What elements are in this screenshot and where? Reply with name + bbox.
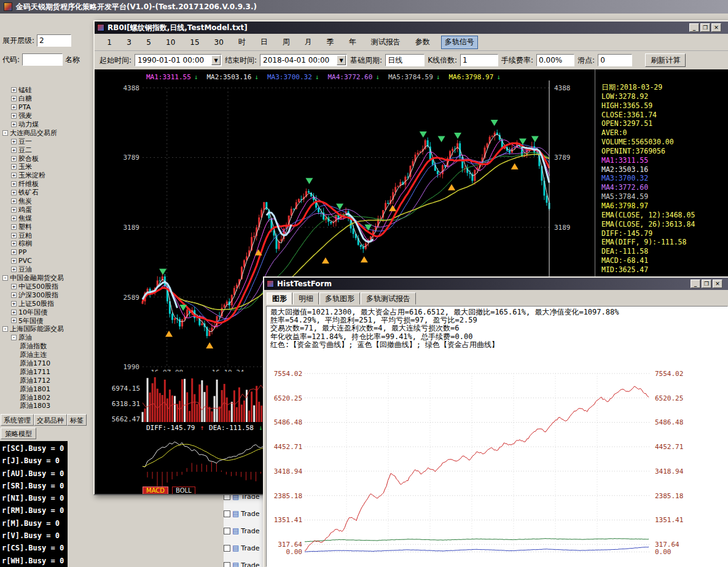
trade-list-item[interactable]: ▤Trade [224, 539, 263, 557]
tree-expand-icon[interactable]: + [11, 224, 17, 230]
trade-list-item[interactable]: ▤Trade [224, 505, 263, 522]
toolbar-button[interactable]: 3 [123, 36, 135, 49]
boll-button[interactable]: BOLL [172, 487, 195, 494]
tree-collapse-icon[interactable]: - [2, 130, 8, 136]
tree-expand-icon[interactable]: + [11, 318, 17, 323]
base-period-input[interactable] [385, 54, 425, 66]
trade-list-item[interactable]: ▤Trade [224, 557, 263, 567]
hist-close-button[interactable]: ✕ [713, 280, 722, 288]
left-panel-tab[interactable]: 标签 [67, 414, 87, 426]
tree-item[interactable]: +胶合板 [0, 154, 93, 163]
toolbar-button[interactable]: 参数 [412, 36, 434, 49]
toolbar-button[interactable]: 15 [186, 36, 203, 49]
tree-item[interactable]: +豆一 [0, 137, 93, 146]
tree-expand-icon[interactable]: + [11, 113, 17, 119]
tree-collapse-icon[interactable]: - [2, 275, 8, 281]
toolbar-button[interactable]: 时 [235, 36, 249, 49]
dropdown-arrow-icon[interactable]: ▼ [211, 55, 221, 65]
tree-item[interactable]: 原油1712 [0, 376, 93, 385]
tree-item[interactable]: +豆油 [0, 265, 93, 274]
tree-item[interactable]: +5年国债 [0, 316, 93, 325]
toolbar-button[interactable]: 1 [103, 36, 115, 49]
tree-expand-icon[interactable]: + [11, 267, 17, 272]
toolbar-button[interactable]: 30 [211, 36, 227, 49]
hist-tab[interactable]: 图形 [267, 292, 292, 305]
toolbar-button[interactable]: 月 [301, 36, 316, 49]
toolbar-button[interactable]: 测试报告 [367, 36, 404, 49]
tree-item[interactable]: +焦炭 [0, 197, 93, 206]
checkbox-icon[interactable] [224, 545, 230, 552]
tree-expand-icon[interactable]: + [11, 233, 17, 238]
checkbox-icon[interactable] [224, 510, 230, 517]
toolbar-button[interactable]: 年 [345, 36, 360, 49]
tree-item[interactable]: -中国金融期货交易 [0, 274, 93, 283]
checkbox-icon[interactable] [224, 562, 230, 567]
tree-item[interactable]: +玉米淀粉 [0, 171, 93, 180]
tree-expand-icon[interactable]: + [11, 139, 17, 144]
tree-expand-icon[interactable]: + [11, 301, 17, 307]
toolbar-button[interactable]: 10 [162, 36, 179, 49]
tree-expand-icon[interactable]: + [11, 164, 17, 170]
tree-item[interactable]: +玉米 [0, 163, 93, 171]
tree-item[interactable]: +棕榈 [0, 240, 93, 248]
toolbar-button[interactable]: 5 [143, 36, 155, 49]
rb-restore-button[interactable]: ❐ [700, 23, 710, 32]
tree-expand-icon[interactable]: + [11, 310, 17, 315]
fee-rate-input[interactable] [536, 54, 574, 66]
expand-level-input[interactable] [37, 34, 71, 47]
hist-restore-button[interactable]: ❐ [702, 280, 711, 288]
tree-expand-icon[interactable]: + [11, 190, 17, 195]
tree-item[interactable]: -大连商品交易所 [0, 128, 93, 137]
hist-tab[interactable]: 多轨图形 [319, 292, 360, 305]
rb-titlebar[interactable]: RB0I[螺纹钢指数,日线,TestModel.txt] _ ❐ ✕ [95, 22, 728, 34]
toolbar-button[interactable]: 周 [279, 36, 294, 49]
tree-expand-icon[interactable]: + [11, 173, 17, 178]
rb-minimize-button[interactable]: _ [689, 23, 699, 32]
tree-expand-icon[interactable]: + [11, 292, 17, 298]
tree-expand-icon[interactable]: + [11, 258, 17, 264]
toolbar-button[interactable]: 多轨信号 [441, 36, 478, 49]
macd-button[interactable]: MACD [143, 487, 168, 494]
tree-expand-icon[interactable]: + [11, 147, 17, 153]
tree-item[interactable]: +强麦 [0, 112, 93, 120]
checkbox-icon[interactable] [224, 528, 230, 534]
dropdown-arrow-icon[interactable]: ▼ [337, 55, 346, 65]
tree-item[interactable]: +动力煤 [0, 120, 93, 129]
hist-chart[interactable]: 7554.027554.026520.256520.255486.485486.… [267, 350, 726, 567]
trade-list-item[interactable]: ▤Trade [224, 522, 263, 539]
tree-item[interactable]: +中证500股指 [0, 282, 93, 291]
tree-item[interactable]: 原油1801 [0, 385, 93, 393]
tree-expand-icon[interactable]: + [11, 198, 17, 204]
k-multiple-input[interactable] [460, 54, 498, 66]
left-panel-tab[interactable]: 系统管理 [1, 414, 34, 426]
tree-collapse-icon[interactable]: - [11, 335, 17, 340]
tree-item[interactable]: 原油指数 [0, 342, 93, 351]
hist-titlebar[interactable]: HistTestForm _ ❐ ✕ [264, 278, 728, 290]
tree-collapse-icon[interactable]: - [2, 326, 8, 332]
toolbar-button[interactable]: 季 [323, 36, 338, 49]
start-time-select[interactable]: 1990-01-01 00:00 ▼ [135, 54, 222, 66]
tree-item[interactable]: +豆二 [0, 146, 93, 154]
end-time-select[interactable]: 2018-04-01 00:00 ▼ [260, 54, 347, 66]
tree-item[interactable]: +豆粕 [0, 231, 93, 240]
tree-expand-icon[interactable]: + [11, 122, 17, 127]
tree-item[interactable]: 原油1802 [0, 393, 93, 402]
tree-item[interactable]: +白糖 [0, 95, 93, 103]
hist-minimize-button[interactable]: _ [691, 280, 700, 288]
tree-expand-icon[interactable]: + [11, 87, 17, 93]
tree-expand-icon[interactable]: + [11, 241, 17, 246]
tree-item[interactable]: +沪深300股指 [0, 291, 93, 299]
tree-item[interactable]: 原油1711 [0, 367, 93, 376]
tree-item[interactable]: +PTA [0, 103, 93, 112]
tree-item[interactable]: +PP [0, 248, 93, 257]
tree-item[interactable]: 原油主连 [0, 351, 93, 359]
hist-tab[interactable]: 多轨测试报告 [361, 292, 416, 305]
toolbar-button[interactable]: 日 [257, 36, 272, 49]
slippage-input[interactable] [598, 54, 632, 66]
code-input[interactable] [22, 53, 63, 66]
tree-item[interactable]: -上海国际能源交易 [0, 325, 93, 334]
tree-item[interactable]: 原油1803 [0, 402, 93, 410]
tree-item[interactable]: +铁矿石 [0, 189, 93, 197]
hist-tab[interactable]: 明细 [293, 292, 319, 305]
tree-expand-icon[interactable]: + [11, 249, 17, 255]
